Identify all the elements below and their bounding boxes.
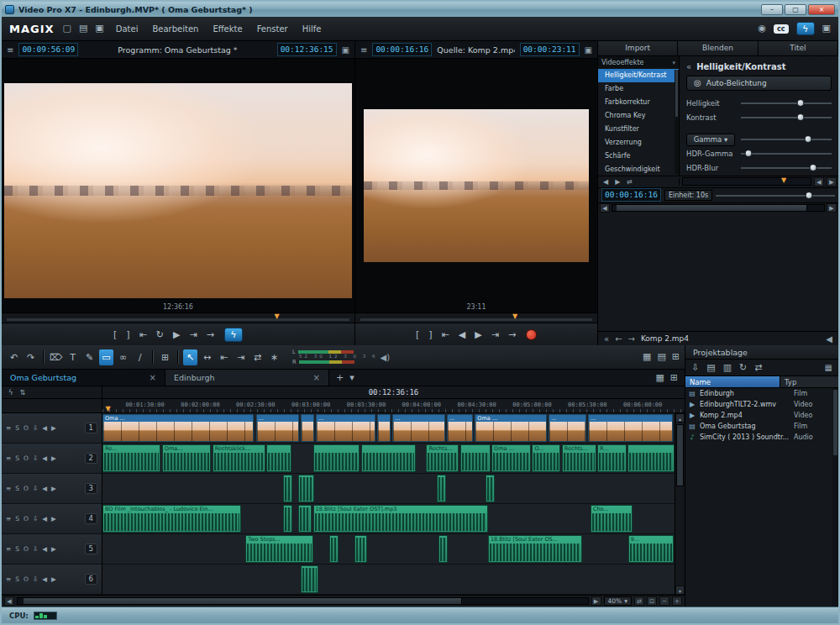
solo-button[interactable]: O — [24, 545, 29, 553]
redo-button[interactable]: ↷ — [24, 349, 38, 365]
shrink-track-button[interactable]: ◀ — [42, 545, 47, 553]
video-clip[interactable]: Oma ... — [475, 414, 547, 442]
arrangement-tab[interactable]: Edinburgh× — [165, 370, 329, 386]
prev-frame-button[interactable]: ◀ — [459, 329, 465, 340]
media-tab-titel[interactable]: Titel — [759, 41, 838, 55]
track-height-icon[interactable]: ⇅ — [20, 388, 26, 397]
shrink-track-button[interactable]: ◀ — [42, 515, 47, 523]
monitor-menu-icon[interactable]: ≡ — [360, 45, 367, 55]
keyframe-mode-button[interactable]: ∗ — [267, 349, 281, 365]
lock-track-button[interactable]: ⇩ — [33, 575, 38, 583]
solo-button[interactable]: O — [24, 515, 29, 523]
cc-badge[interactable]: cc — [774, 24, 788, 34]
scroll-thumb[interactable] — [24, 598, 462, 604]
arrangement-tab[interactable]: Oma Geburtstag× — [2, 370, 165, 386]
bin-item[interactable]: ▤EdinburghFilm — [685, 388, 832, 399]
parameter-slider[interactable] — [741, 162, 832, 174]
zoom-out-button[interactable]: − — [659, 596, 669, 606]
view-grid-icon[interactable]: ▦ — [825, 363, 832, 372]
column-name-header[interactable]: Name — [685, 376, 780, 387]
mute-button[interactable]: S — [15, 575, 19, 583]
maximize-button[interactable]: ▢ — [785, 4, 806, 15]
open-project-icon[interactable]: ▤ — [79, 22, 87, 35]
parameter-slider[interactable] — [741, 134, 832, 145]
mute-button[interactable]: S — [15, 545, 19, 553]
monitor-detach-icon[interactable]: ▣ — [342, 45, 349, 55]
playhead-marker-icon[interactable]: ▼ — [512, 312, 517, 320]
jump-start-button[interactable]: ⇤ — [139, 329, 147, 340]
video-clip[interactable]: ... — [549, 414, 586, 442]
bin-item[interactable]: ▤Oma GeburtstagFilm — [685, 421, 832, 432]
expand-track-button[interactable]: ▶ — [51, 575, 56, 583]
small-clip[interactable] — [283, 505, 292, 533]
audio-clip[interactable]: O... — [532, 444, 560, 472]
timeline-playhead-icon[interactable]: ▼ — [105, 405, 110, 412]
audio-clip[interactable]: Rechts... — [426, 444, 459, 472]
audio-clip[interactable] — [361, 444, 416, 472]
small-clip[interactable] — [301, 565, 319, 593]
strip-page-right-button[interactable]: ▶ — [827, 177, 837, 186]
small-clip[interactable] — [437, 475, 446, 502]
small-clip[interactable] — [438, 535, 448, 563]
trim-in-button[interactable]: ⇤ — [217, 349, 231, 365]
mute-button[interactable]: S — [15, 424, 19, 432]
monitor-detach-icon[interactable]: ▣ — [585, 45, 592, 55]
menu-hilfe[interactable]: Hilfe — [299, 23, 325, 35]
track-menu-icon[interactable]: ≡ — [6, 424, 11, 432]
solo-button[interactable]: O — [24, 454, 29, 462]
keyframe-toggle-icon[interactable]: ϟ — [8, 388, 13, 397]
menu-bearbeiten[interactable]: Bearbeiten — [149, 23, 202, 35]
cursor-mode-button[interactable]: ↖ — [183, 349, 197, 365]
resize-columns-icon[interactable]: ⇄ — [627, 178, 633, 186]
range-out-button[interactable]: ] — [428, 329, 432, 340]
fit-view-button[interactable]: ⇄ — [634, 596, 644, 606]
close-button[interactable]: × — [808, 4, 835, 15]
menu-datei[interactable]: Datei — [113, 23, 142, 35]
effect-category[interactable]: Videoeffekte▾ — [598, 56, 679, 69]
video-clip[interactable]: ... — [588, 414, 673, 442]
seek-track[interactable] — [360, 318, 592, 321]
slider-knob[interactable] — [797, 99, 805, 107]
exchange-mode-button[interactable]: ⇄ — [250, 349, 265, 365]
view-panel-icon[interactable]: ⊞ — [670, 371, 678, 385]
expand-track-button[interactable]: ▶ — [51, 485, 56, 492]
mediapool-toggle-icon[interactable]: ▤ — [657, 350, 665, 364]
source-video-area[interactable]: 23:11 — [355, 58, 597, 312]
expand-track-button[interactable]: ▶ — [51, 424, 56, 432]
insert-mode-button[interactable]: ⊞ — [158, 349, 172, 365]
effect-item[interactable]: Helligkeit/Kontrast — [598, 69, 679, 82]
video-clip[interactable] — [377, 414, 391, 442]
unit-label[interactable]: Einheit: 10s — [664, 190, 712, 201]
sync-icon[interactable]: ⇄ — [754, 361, 762, 375]
trim-out-button[interactable]: ⇥ — [234, 349, 248, 365]
small-clip[interactable] — [354, 535, 367, 563]
track-content[interactable]: Two Steps...18.Blitz [Soul Eater OS...9.… — [102, 534, 675, 564]
scroll-left-button[interactable]: ◀ — [600, 203, 610, 213]
scroll-thumb[interactable] — [617, 205, 807, 211]
solo-button[interactable]: O — [24, 424, 29, 432]
solo-button[interactable]: O — [24, 485, 29, 492]
scroll-up-button[interactable]: ▴ — [675, 413, 685, 423]
effect-item[interactable]: Farbkorrektur — [598, 96, 679, 109]
track-menu-icon[interactable]: ≡ — [6, 454, 11, 462]
auto-exposure-button[interactable]: ◎Auto-Belichtung — [686, 76, 832, 91]
next-frame-button[interactable]: → — [508, 329, 516, 340]
mute-button[interactable]: S — [15, 485, 19, 492]
prev-object-icon[interactable]: ← — [615, 334, 622, 344]
overview-button[interactable]: ⊡ — [647, 596, 657, 606]
smart-preview-button[interactable]: ϟ — [224, 328, 243, 342]
scroll-right-icon[interactable]: ▶ — [615, 178, 620, 186]
mute-button[interactable]: S — [15, 515, 19, 523]
scroll-down-button[interactable]: ▾ — [675, 586, 685, 595]
solo-button[interactable]: O — [24, 575, 29, 583]
speaker-icon[interactable]: ◀) — [380, 353, 390, 362]
menu-fenster[interactable]: Fenster — [254, 23, 291, 35]
add-arrangement-button[interactable]: + — [336, 371, 344, 385]
shrink-track-button[interactable]: ◀ — [42, 485, 47, 492]
collapse-all-icon[interactable]: « — [604, 334, 609, 344]
music-clip[interactable]: 18.Blitz [Soul Eater OS... — [488, 535, 582, 563]
audio-clip[interactable]: R... — [597, 444, 627, 472]
mixer-icon[interactable]: ▦ — [643, 350, 651, 364]
expand-track-button[interactable]: ▶ — [51, 545, 56, 553]
folder-icon[interactable]: ▤ — [706, 361, 715, 375]
